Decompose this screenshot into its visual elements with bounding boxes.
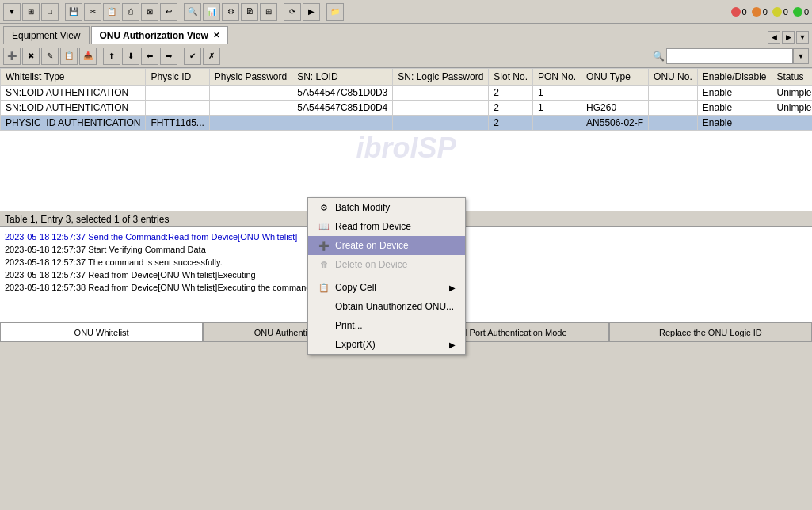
table-cell (649, 101, 698, 116)
tl-yellow-group: 0 (772, 7, 788, 17)
toolbar-btn-17[interactable]: 📁 (326, 3, 344, 21)
table-cell: Unimplemented (772, 101, 812, 116)
up-btn[interactable]: ⬆ (103, 48, 120, 65)
table-cell (146, 101, 209, 116)
right-btn[interactable]: ➡ (160, 48, 177, 65)
context-menu-copy-cell[interactable]: 📋 Copy Cell ▶ (308, 278, 465, 297)
toolbar-btn-3[interactable]: □ (41, 3, 59, 21)
table-cell (393, 101, 489, 116)
batch-modify-icon: ⚙ (318, 201, 330, 214)
left-btn[interactable]: ⬅ (141, 48, 158, 65)
tab-close-icon[interactable]: ✕ (213, 31, 219, 40)
tab-onu-authorization[interactable]: ONU Authorization View ✕ (91, 26, 228, 44)
obtain-unauthorized-icon (318, 300, 330, 313)
copy-btn[interactable]: 📋 (60, 48, 78, 65)
table-cell: 2 (489, 101, 533, 116)
toolbar-btn-10[interactable]: 🔍 (184, 3, 201, 21)
table-cell: 5A544547C851D0D4 (292, 101, 393, 116)
import-btn[interactable]: 📥 (79, 48, 97, 65)
context-menu-export[interactable]: Export(X) ▶ (308, 335, 465, 354)
toolbar-btn-11[interactable]: 📊 (203, 3, 220, 21)
copy-cell-submenu-arrow: ▶ (449, 284, 456, 292)
table-cell: HG260 (581, 101, 649, 116)
context-menu-separator-1 (308, 276, 465, 276)
context-menu-create-on-device[interactable]: ➕ Create on Device (308, 236, 465, 255)
tl-green-group: 0 (793, 7, 809, 17)
tl-orange-count: 0 (763, 7, 768, 17)
tab-prev-btn[interactable]: ◀ (768, 31, 780, 44)
toolbar-btn-8[interactable]: ⊠ (141, 3, 158, 21)
cancel-btn[interactable]: ✗ (203, 48, 220, 65)
context-menu-read-from-device[interactable]: 📖 Read from Device (308, 217, 465, 236)
tl-yellow-count: 0 (783, 7, 788, 17)
search-input[interactable] (666, 48, 793, 64)
col-physic-id: Physic ID (146, 69, 209, 86)
toolbar-btn-2[interactable]: ⊞ (22, 3, 40, 21)
tl-green-count: 0 (804, 7, 809, 17)
tl-red-group: 0 (731, 7, 747, 17)
col-sn-logic-password: SN: Logic Password (393, 69, 489, 86)
table-cell (209, 101, 292, 116)
toolbar-btn-16[interactable]: ▶ (303, 3, 320, 21)
table-cell: Unimplemented (772, 86, 812, 101)
table-row[interactable]: SN:LOID AUTHENTICATION5A544547C851D0D421… (1, 101, 813, 116)
table-cell (772, 116, 812, 131)
tl-red (731, 7, 741, 17)
search-box: 🔍 ▼ (653, 48, 809, 64)
secondary-toolbar: ➕ ✖ ✎ 📋 📥 ⬆ ⬇ ⬅ ➡ ✔ ✗ 🔍 ▼ (0, 44, 812, 68)
table-cell: Enable (697, 86, 772, 101)
context-menu-print[interactable]: Print... (308, 316, 465, 335)
table-cell (649, 116, 698, 131)
toolbar-btn-6[interactable]: 📋 (103, 3, 120, 21)
traffic-lights: 0 0 0 0 (731, 7, 810, 17)
table-cell: 1 (533, 86, 581, 101)
delete-btn[interactable]: ✖ (22, 48, 40, 65)
read-device-icon: 📖 (318, 220, 330, 233)
toolbar-btn-14[interactable]: ⊞ (260, 3, 277, 21)
toolbar-btn-15[interactable]: ⟳ (284, 3, 301, 21)
down-btn[interactable]: ⬇ (122, 48, 139, 65)
tab-menu-btn[interactable]: ▼ (796, 31, 809, 44)
table-row[interactable]: PHYSIC_ID AUTHENTICATIONFHTT11d5...2AN55… (1, 116, 813, 131)
table-cell: AN5506-02-F (581, 116, 649, 131)
context-menu-batch-modify[interactable]: ⚙ Batch Modify (308, 198, 465, 217)
table-cell: FHTT11d5... (146, 116, 209, 131)
tab-navigation: ◀ ▶ ▼ (768, 31, 809, 44)
tl-orange (752, 7, 761, 17)
toolbar-btn-5[interactable]: ✂ (84, 3, 101, 21)
table-cell: 1 (533, 101, 581, 116)
table-cell (533, 116, 581, 131)
table-row[interactable]: SN:LOID AUTHENTICATION5A544547C851D0D321… (1, 86, 813, 101)
toolbar-btn-13[interactable]: 🖹 (241, 3, 258, 21)
table-cell: Enable (697, 101, 772, 116)
tab-next-btn[interactable]: ▶ (782, 31, 795, 44)
table-cell (209, 86, 292, 101)
print-icon (318, 319, 330, 332)
add-btn[interactable]: ➕ (3, 48, 21, 65)
table-cell: 2 (489, 116, 533, 131)
copy-cell-icon: 📋 (318, 281, 330, 294)
apply-btn[interactable]: ✔ (184, 48, 201, 65)
toolbar-btn-4[interactable]: 💾 (65, 3, 82, 21)
table-cell (393, 86, 489, 101)
tl-red-count: 0 (742, 7, 747, 17)
table-cell: 5A544547C851D0D3 (292, 86, 393, 101)
toolbar-btn-12[interactable]: ⚙ (222, 3, 239, 21)
toolbar-btn-7[interactable]: ⎙ (122, 3, 139, 21)
top-toolbar: ▼ ⊞ □ 💾 ✂ 📋 ⎙ ⊠ ↩ 🔍 📊 ⚙ 🖹 ⊞ ⟳ ▶ 📁 0 0 0 … (0, 0, 812, 24)
toolbar-btn-9[interactable]: ↩ (160, 3, 177, 21)
tab-equipment-view[interactable]: Equipment View (3, 26, 90, 44)
export-submenu-arrow: ▶ (449, 341, 456, 349)
edit-btn[interactable]: ✎ (41, 48, 59, 65)
context-menu-obtain-unauthorized[interactable]: Obtain Unauthorized ONU... (308, 297, 465, 316)
export-icon (318, 338, 330, 351)
bottom-tab[interactable]: ONU Whitelist (0, 322, 203, 342)
search-dropdown-btn[interactable]: ▼ (793, 48, 809, 64)
table-cell: SN:LOID AUTHENTICATION (1, 86, 146, 101)
col-sn-loid: SN: LOID (292, 69, 393, 86)
bottom-tab[interactable]: Replace the ONU Logic ID (609, 322, 812, 342)
delete-device-icon: 🗑 (318, 258, 330, 271)
table-cell: 2 (489, 86, 533, 101)
toolbar-btn-1[interactable]: ▼ (3, 3, 21, 21)
col-whitelist-type: Whitelist Type (1, 69, 146, 86)
